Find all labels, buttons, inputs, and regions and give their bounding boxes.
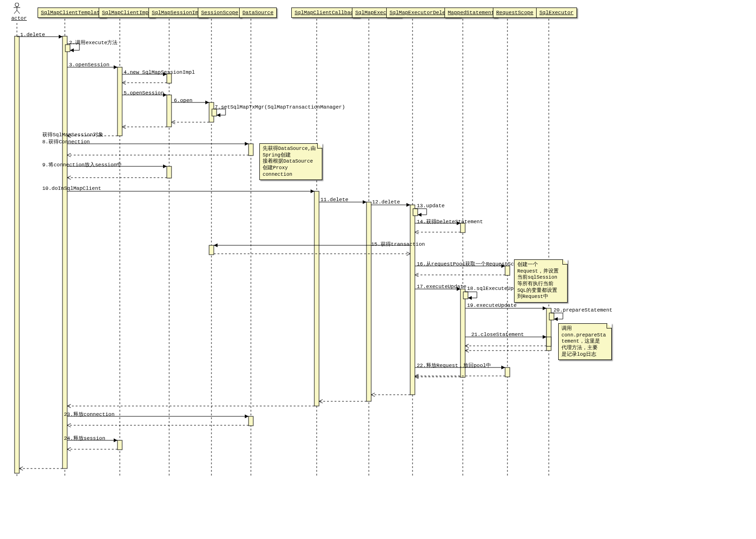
- svg-rect-26: [249, 144, 253, 156]
- note-request: 创建一个 Request，并设置 当前sqlSession 等所有执行当前 SQ…: [514, 259, 568, 303]
- msg-23: 23.释放connection: [64, 411, 115, 418]
- msg-21: 21.closeStatement: [471, 332, 524, 337]
- msg-7: 7.setSqlMapTxMgr(SqlMapTransactionManage…: [215, 104, 345, 110]
- header-mapped: MappedStatement: [444, 8, 498, 18]
- svg-rect-41: [249, 416, 253, 426]
- msg-8: 8.获得Connection: [42, 138, 90, 145]
- header-tpl: SqlMapClientTemplate: [38, 8, 106, 18]
- msg-10: 10.doInSqlMapClient: [42, 186, 101, 191]
- svg-rect-19: [62, 36, 67, 469]
- msg-12: 12.delete: [372, 199, 400, 205]
- svg-rect-25: [212, 109, 217, 116]
- svg-rect-33: [209, 245, 214, 255]
- svg-rect-31: [413, 209, 418, 216]
- msg-13: 13.update: [417, 203, 444, 209]
- msg-15: 15.获得transaction: [371, 241, 425, 248]
- svg-rect-29: [366, 202, 371, 401]
- svg-rect-21: [117, 67, 122, 136]
- msg-11: 11.delete: [320, 197, 348, 203]
- msg-16: 16.从requestPool获取一个RequestScope: [417, 260, 523, 267]
- svg-rect-34: [505, 266, 510, 275]
- svg-rect-39: [546, 337, 551, 346]
- note-prepare: 调用 conn.prepareSta tement，这里是 代理方法，主要 是记…: [558, 323, 612, 360]
- actor-icon: [13, 3, 21, 14]
- msg-17: 17.executeUpdate: [417, 284, 467, 289]
- header-callback: SqlMapClientCallback: [291, 8, 360, 18]
- svg-rect-30: [410, 205, 415, 395]
- svg-rect-40: [505, 367, 510, 377]
- note-datasource: 先获得DataSource,由 Spring创建 接着根据DataSource …: [259, 143, 322, 180]
- svg-rect-23: [167, 95, 171, 127]
- svg-rect-27: [167, 166, 171, 178]
- msg-5: 5.openSession: [124, 90, 164, 96]
- svg-line-3: [14, 10, 17, 14]
- header-reqScope: RequestScope: [493, 8, 537, 18]
- msg-1: 1.delete: [20, 32, 45, 38]
- msg-4: 4.new SqlMapSessionImpl: [124, 70, 195, 75]
- msg-2: 2.调用execute方法: [69, 39, 117, 46]
- msg-19: 19.executeUpdate: [467, 303, 517, 308]
- msg-22: 22.释放Request，放回pool中: [417, 362, 491, 369]
- svg-point-0: [15, 3, 19, 7]
- header-sqlExec: SqlExecutor: [536, 8, 577, 18]
- msg-9: 9.将connection放入session中: [42, 161, 122, 168]
- svg-rect-28: [314, 191, 319, 406]
- msg-24: 24.释放session: [64, 435, 105, 442]
- header-clientImpl: SqlMapClientImpl: [99, 8, 155, 18]
- msg-20: 20.prepareStatement: [553, 307, 612, 313]
- actor-label: actor: [11, 16, 27, 21]
- header-dataSource: DataSource: [239, 8, 277, 18]
- diagram-svg: [0, 0, 756, 539]
- msg-3: 3.openSession: [69, 62, 109, 68]
- svg-rect-38: [549, 313, 554, 320]
- msg-6: 6.open: [174, 98, 193, 103]
- msg-14: 14.获得DeleteStatement: [417, 218, 483, 225]
- svg-line-4: [17, 10, 20, 14]
- svg-rect-22: [167, 74, 171, 83]
- header-sessionScope: SessionScope: [198, 8, 242, 18]
- svg-rect-36: [463, 292, 468, 299]
- svg-rect-42: [117, 440, 122, 450]
- msg-r1: 获得SqlMapSession对象: [42, 131, 103, 138]
- svg-rect-18: [15, 36, 19, 473]
